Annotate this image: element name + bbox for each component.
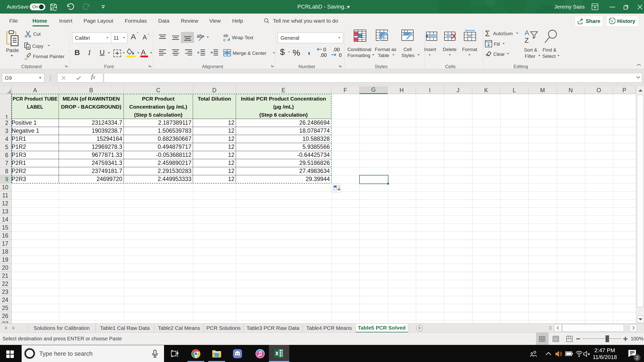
svg-text:.00: .00 bbox=[333, 47, 340, 52]
svg-text:0: 0 bbox=[339, 52, 342, 57]
svg-text:Z: Z bbox=[525, 36, 529, 44]
svg-text:0: 0 bbox=[323, 47, 326, 52]
svg-text:.00: .00 bbox=[320, 52, 327, 57]
svg-text:c: c bbox=[223, 37, 226, 42]
svg-text:A: A bbox=[525, 30, 529, 37]
